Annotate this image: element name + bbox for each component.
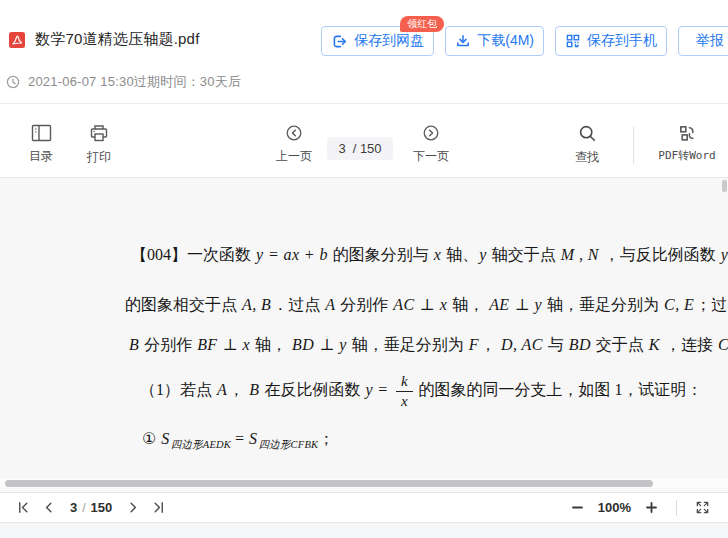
text-segment: y = [364, 381, 394, 398]
fraction: kx [396, 373, 413, 411]
text-segment: 【004】一次函数 [131, 246, 255, 263]
find-button[interactable]: 查找 [565, 124, 609, 166]
text-segment: 轴交于点 [488, 246, 560, 263]
zoom-in-button[interactable] [643, 499, 660, 516]
page-number-input[interactable]: 3 / 150 [327, 137, 393, 160]
qr-code-icon [565, 33, 581, 49]
first-page-button[interactable] [14, 498, 33, 517]
pdf-to-word-button[interactable]: PDF转Word [652, 124, 722, 163]
text-segment: AE [488, 296, 510, 313]
clock-icon [6, 75, 20, 89]
subscripted-term: S四边形CFBK [248, 430, 318, 447]
save-to-phone-button[interactable]: 保存到手机 [555, 26, 667, 56]
text-segment: AC [392, 296, 415, 313]
search-icon [578, 124, 597, 143]
bottom-bar: 3 / 150 100% [0, 493, 728, 523]
bottom-page-nav: 3 / 150 [0, 498, 168, 517]
text-segment: x [439, 296, 449, 313]
text-segment: BD [568, 336, 592, 353]
text-segment: x [242, 336, 252, 353]
text-segment: C, E [663, 296, 695, 313]
pdf-to-word-label: PDF转Word [658, 148, 715, 163]
print-button[interactable]: 打印 [80, 124, 118, 166]
save-to-cloud-label: 保存到网盘 [354, 32, 424, 50]
text-segment: ，与反比例函数 [600, 246, 720, 263]
text-segment: ．过点 [272, 296, 324, 313]
download-label: 下载(4M) [477, 32, 534, 50]
file-info: 数学70道精选压轴题.pdf [8, 30, 200, 49]
document-area: 【004】一次函数 y = ax + b 的图象分别与 x 轴、y 轴交于点 M… [0, 178, 728, 493]
text-segment: y [534, 296, 544, 313]
bottom-page-separator: / [82, 501, 85, 515]
bottom-page-current: 3 [70, 500, 77, 515]
header: 数学70道精选压轴题.pdf 领红包 保存到网盘 [0, 0, 728, 104]
previous-page-button[interactable] [39, 498, 58, 517]
next-page-label: 下一页 [413, 148, 449, 165]
bottom-page-indicator: 3 / 150 [70, 500, 112, 515]
text-segment: （1）若点 [140, 381, 216, 398]
text-segment: BD [291, 336, 315, 353]
plus-icon [645, 501, 658, 514]
text-segment: ， [480, 336, 500, 353]
doc-line: ① S四边形AEDK = S四边形CFBK； [125, 427, 698, 452]
footer-strip [0, 523, 728, 538]
red-packet-badge: 领红包 [400, 16, 444, 32]
pdf-word-convert-icon [678, 124, 696, 142]
prev-page-button[interactable]: 上一页 [272, 124, 316, 165]
text-segment: ；过点 [695, 296, 728, 313]
previous-page-icon [41, 500, 56, 515]
doc-line: （1）若点 A， B 在反比例函数 y = kx 的图象的同一分支上，如图 1，… [125, 373, 698, 411]
text-segment: y [338, 336, 348, 353]
next-page-button[interactable]: 下一页 [409, 124, 453, 165]
text-segment: A [324, 296, 336, 313]
minus-icon [571, 501, 584, 514]
text-segment: BF [196, 336, 218, 353]
toc-button[interactable]: 目录 [22, 124, 60, 165]
zoom-out-button[interactable] [569, 499, 586, 516]
text-segment: x [433, 246, 443, 263]
text-segment: ⊥ [315, 336, 338, 353]
page-current[interactable]: 3 [338, 141, 345, 156]
text-segment: 交于点 [592, 336, 648, 353]
text-segment: 轴， [251, 336, 291, 353]
text-segment: B [128, 336, 140, 353]
file-title: 数学70道精选压轴题.pdf [35, 30, 200, 49]
last-page-icon [151, 500, 166, 515]
vertical-scrollbar-thumb[interactable] [722, 180, 727, 192]
text-segment: M , N [560, 246, 600, 263]
text-segment: CD [717, 336, 728, 353]
doc-line: B 分别作 BF ⊥ x 轴， BD ⊥ y 轴，垂足分别为 F， D, AC … [125, 333, 698, 356]
next-page-bottom-button[interactable] [124, 498, 143, 517]
download-button[interactable]: 下载(4M) [445, 26, 544, 56]
text-segment: 轴，垂足分别为 [543, 296, 663, 313]
text-segment: ① [142, 430, 160, 447]
text-segment: 轴，垂足分别为 [348, 336, 468, 353]
horizontal-scrollbar-thumb[interactable] [5, 480, 653, 487]
report-button[interactable]: 举报 [678, 26, 728, 56]
doc-line: 【004】一次函数 y = ax + b 的图象分别与 x 轴、y 轴交于点 M… [125, 238, 698, 276]
text-segment: D, AC [500, 336, 544, 353]
fullscreen-icon [695, 500, 710, 515]
doc-line: 的图象相交于点 A, B．过点 A 分别作 AC ⊥ x 轴， AE ⊥ y 轴… [125, 293, 698, 316]
zoom-level: 100% [598, 500, 631, 515]
next-circle-icon [422, 124, 440, 142]
header-buttons: 领红包 保存到网盘 下 [321, 26, 728, 56]
text-segment: B [248, 381, 260, 398]
text-segment: 的图象相交于点 [125, 296, 241, 313]
text-segment: ， [228, 381, 248, 398]
find-label: 查找 [575, 149, 599, 166]
last-page-button[interactable] [149, 498, 168, 517]
toolbar-divider [633, 126, 634, 164]
text-segment: F [468, 336, 480, 353]
save-to-cloud-button[interactable]: 领红包 保存到网盘 [321, 26, 434, 56]
report-label: 举报 [696, 32, 724, 50]
text-segment: 轴， [448, 296, 488, 313]
expire-info-text: 2021-06-07 15:30过期时间：30天后 [28, 73, 241, 91]
prev-page-label: 上一页 [276, 148, 312, 165]
toc-label: 目录 [29, 148, 53, 165]
text-segment: 在反比例函数 [260, 381, 364, 398]
fullscreen-button[interactable] [693, 498, 712, 517]
prev-circle-icon [285, 124, 303, 142]
bottom-page-total: 150 [91, 500, 113, 515]
document-page: 【004】一次函数 y = ax + b 的图象分别与 x 轴、y 轴交于点 M… [0, 178, 728, 453]
